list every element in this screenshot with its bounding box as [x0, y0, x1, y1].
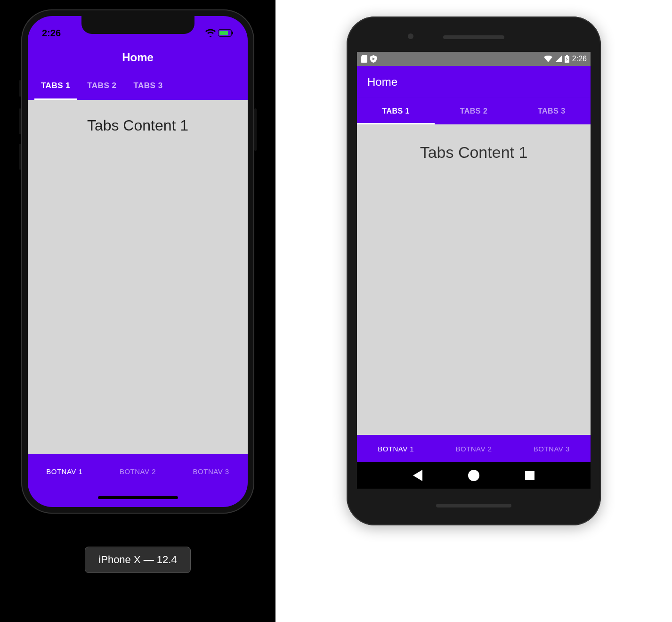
iphone-device-frame: 2:26 Home TABS 1 TABS 2 TABS 3 — [21, 9, 254, 514]
iphone-silence-switch[interactable] — [19, 80, 21, 97]
content-text: Tabs Content 1 — [87, 117, 188, 134]
nav-label: BOTNAV 1 — [46, 467, 82, 475]
android-status-left — [361, 55, 377, 63]
tab-label: TABS 2 — [460, 107, 488, 115]
android-navigation-bar — [357, 462, 591, 489]
ios-simulator-panel: 2:26 Home TABS 1 TABS 2 TABS 3 — [0, 0, 275, 622]
android-tab-content: Tabs Content 1 — [357, 124, 591, 435]
cellular-icon — [555, 56, 562, 62]
battery-icon — [565, 55, 569, 63]
android-tab-bar: TABS 1 TABS 2 TABS 3 — [357, 98, 591, 124]
bottom-nav-1[interactable]: BOTNAV 1 — [46, 467, 82, 475]
ios-tab-content: Tabs Content 1 — [28, 100, 248, 454]
iphone-power-button[interactable] — [254, 108, 257, 151]
play-protect-icon — [370, 55, 377, 63]
android-home-button[interactable] — [468, 470, 479, 481]
ios-status-right — [205, 29, 234, 37]
tab-label: TABS 1 — [41, 81, 70, 90]
tab-2[interactable]: TABS 2 — [435, 98, 512, 124]
tab-label: TABS 1 — [382, 107, 410, 115]
iphone-notch — [81, 16, 194, 34]
content-text: Tabs Content 1 — [420, 143, 528, 162]
device-caption: iPhone X — 12.4 — [85, 547, 190, 573]
ios-navigation-bar: Home — [28, 43, 248, 72]
nav-label: BOTNAV 3 — [193, 467, 229, 475]
ios-bottom-navigation: BOTNAV 1 BOTNAV 2 BOTNAV 3 — [28, 454, 248, 488]
tab-1[interactable]: TABS 1 — [32, 72, 79, 100]
ios-status-time: 2:26 — [42, 28, 61, 39]
bottom-nav-1[interactable]: BOTNAV 1 — [378, 445, 414, 453]
android-front-camera — [408, 33, 413, 39]
page-title: Home — [122, 51, 154, 64]
ios-home-indicator[interactable] — [28, 488, 248, 507]
android-status-bar: 2:26 — [357, 52, 591, 66]
android-simulator-panel: 2:26 Home TABS 1 TABS 2 TABS 3 Tabs Cont… — [275, 0, 672, 622]
tab-3[interactable]: TABS 3 — [125, 72, 171, 100]
wifi-icon — [205, 29, 216, 37]
tab-label: TABS 3 — [133, 81, 162, 90]
nav-label: BOTNAV 2 — [455, 445, 492, 453]
tab-label: TABS 2 — [87, 81, 116, 90]
android-speaker-top — [443, 35, 504, 39]
iphone-volume-up-button[interactable] — [19, 108, 21, 134]
nav-label: BOTNAV 1 — [378, 445, 414, 453]
tab-1[interactable]: TABS 1 — [357, 98, 435, 124]
ios-tab-bar: TABS 1 TABS 2 TABS 3 — [28, 72, 248, 100]
nav-label: BOTNAV 2 — [120, 467, 156, 475]
home-indicator-bar — [98, 496, 178, 499]
svg-rect-2 — [232, 32, 233, 34]
android-status-right: 2:26 — [544, 55, 587, 63]
iphone-volume-down-button[interactable] — [19, 144, 21, 170]
device-caption-text: iPhone X — 12.4 — [98, 554, 177, 565]
tab-label: TABS 3 — [538, 107, 566, 115]
wifi-icon — [544, 56, 552, 62]
android-device-frame: 2:26 Home TABS 1 TABS 2 TABS 3 Tabs Cont… — [347, 16, 601, 525]
android-recents-button[interactable] — [525, 471, 534, 480]
tab-2[interactable]: TABS 2 — [79, 72, 125, 100]
sd-card-icon — [361, 55, 367, 63]
nav-label: BOTNAV 3 — [534, 445, 570, 453]
android-status-time: 2:26 — [572, 55, 587, 63]
android-back-button[interactable] — [413, 470, 422, 481]
battery-icon — [219, 29, 234, 37]
android-speaker-bottom — [436, 504, 511, 507]
android-screen: 2:26 Home TABS 1 TABS 2 TABS 3 Tabs Cont… — [357, 52, 591, 489]
svg-rect-1 — [219, 31, 228, 35]
bottom-nav-3[interactable]: BOTNAV 3 — [193, 467, 229, 475]
bottom-nav-3[interactable]: BOTNAV 3 — [534, 445, 570, 453]
android-app-bar: Home — [357, 66, 591, 98]
page-title: Home — [367, 75, 397, 89]
android-bottom-navigation: BOTNAV 1 BOTNAV 2 BOTNAV 3 — [357, 435, 591, 462]
tab-3[interactable]: TABS 3 — [513, 98, 591, 124]
svg-rect-4 — [566, 55, 568, 56]
bottom-nav-2[interactable]: BOTNAV 2 — [120, 467, 156, 475]
bottom-nav-2[interactable]: BOTNAV 2 — [455, 445, 492, 453]
iphone-screen: 2:26 Home TABS 1 TABS 2 TABS 3 — [28, 16, 248, 507]
